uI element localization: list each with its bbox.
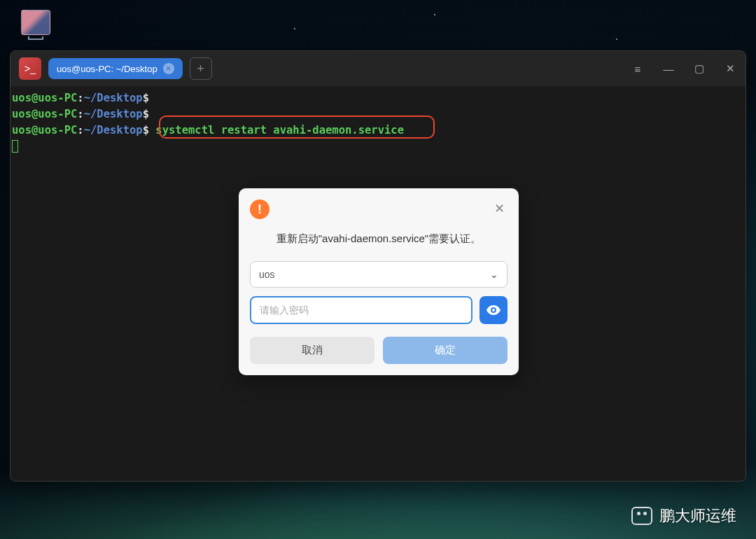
menu-icon[interactable]: ≡: [631, 63, 645, 75]
tab-close-icon[interactable]: ×: [163, 63, 174, 74]
ok-button[interactable]: 确定: [383, 337, 507, 364]
prompt-path: ~/Desktop: [84, 124, 143, 136]
terminal-tab[interactable]: uos@uos-PC: ~/Desktop ×: [48, 58, 183, 79]
wechat-icon: [631, 507, 652, 525]
close-button[interactable]: ✕: [723, 62, 737, 75]
prompt-user: uos@uos-PC: [12, 108, 77, 120]
tab-title: uos@uos-PC: ~/Desktop: [57, 64, 158, 74]
dialog-close-button[interactable]: ✕: [491, 200, 507, 218]
warning-icon: !: [250, 200, 270, 219]
command-text: systemctl restart avahi-daemon.service: [155, 124, 404, 136]
dialog-message: 重新启动"avahi-daemon.service"需要认证。: [264, 230, 493, 247]
watermark: 鹏大师运维: [631, 505, 736, 526]
prompt-user: uos@uos-PC: [12, 124, 77, 136]
prompt-path: ~/Desktop: [84, 108, 143, 120]
new-tab-button[interactable]: +: [190, 57, 212, 80]
minimize-button[interactable]: —: [662, 63, 676, 75]
password-input[interactable]: [250, 296, 472, 324]
terminal-cursor: [12, 140, 18, 153]
terminal-body[interactable]: uos@uos-PC:~/Desktop$ uos@uos-PC:~/Deskt…: [10, 86, 746, 159]
prompt-user: uos@uos-PC: [12, 92, 77, 104]
terminal-app-icon: >_: [19, 57, 41, 80]
eye-icon: [486, 305, 500, 315]
auth-dialog: ! ✕ 重新启动"avahi-daemon.service"需要认证。 uos …: [239, 188, 519, 375]
selected-user: uos: [259, 269, 275, 280]
maximize-button[interactable]: ▢: [692, 62, 706, 75]
toggle-password-visibility[interactable]: [479, 296, 507, 324]
chevron-down-icon: ⌄: [490, 269, 498, 280]
titlebar: >_ uos@uos-PC: ~/Desktop × + ≡ — ▢ ✕: [10, 51, 746, 86]
prompt-path: ~/Desktop: [84, 92, 143, 104]
watermark-text: 鹏大师运维: [659, 505, 736, 526]
desktop-app-icon[interactable]: [21, 10, 50, 35]
user-select[interactable]: uos ⌄: [250, 261, 507, 288]
cancel-button[interactable]: 取消: [250, 337, 374, 364]
